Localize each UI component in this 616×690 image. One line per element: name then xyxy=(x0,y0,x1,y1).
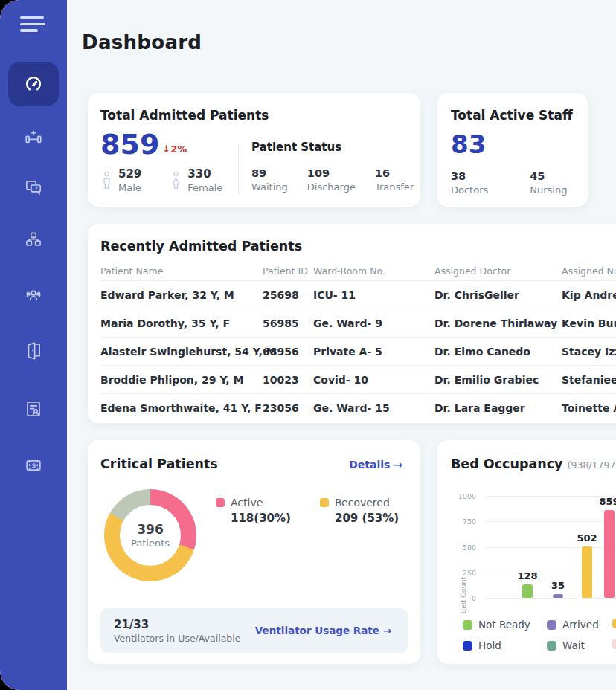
total-admitted-value: 859 xyxy=(100,130,159,158)
gridline xyxy=(485,598,616,599)
gridline xyxy=(485,547,616,548)
discharge-door-icon xyxy=(24,341,43,360)
male-value: 529 xyxy=(118,167,141,182)
svg-text:S: S xyxy=(32,462,36,469)
legend-item: Arrived xyxy=(547,619,599,631)
sidebar-item-billing[interactable]: S xyxy=(24,456,43,475)
table-cell: Toinette Ar xyxy=(562,402,616,414)
ventilator-usage-link[interactable]: Ventilator Usage Rate → xyxy=(255,625,391,636)
bar xyxy=(604,510,615,598)
trend-down-icon: ↓ xyxy=(162,144,170,155)
column-header: Patient ID xyxy=(263,265,313,277)
sidebar-item-dashboard[interactable] xyxy=(8,62,59,106)
table-row[interactable]: Edena Smorthwaite, 41 Y, F23056Ge. Ward-… xyxy=(100,393,616,422)
sidebar-item-discharge[interactable] xyxy=(24,341,43,360)
gridline xyxy=(485,573,616,573)
legend-label: Hold xyxy=(478,639,501,651)
active-swatch xyxy=(216,498,225,507)
bar-value-label: 128 xyxy=(517,570,537,581)
gridline xyxy=(485,521,616,522)
bed-occupancy-ratio: (938/1797) xyxy=(568,460,616,471)
beds-icon xyxy=(24,129,43,148)
sidebar-item-reports[interactable] xyxy=(24,399,43,419)
y-tick: 0 xyxy=(437,594,476,602)
male-icon xyxy=(100,171,113,190)
sidebar-item-staff[interactable] xyxy=(24,286,43,305)
status-waiting: 89 Waiting xyxy=(251,167,288,193)
y-tick: 500 xyxy=(437,544,476,552)
table-cell: 25698 xyxy=(263,289,313,301)
table-cell: 68956 xyxy=(263,346,313,358)
page-title: Dashboard xyxy=(82,31,202,54)
table-cell: 10023 xyxy=(263,374,313,386)
legend-swatch xyxy=(463,620,472,630)
table-row[interactable]: Maria Dorothy, 35 Y, F56985Ge. Ward- 9Dr… xyxy=(100,309,616,337)
doctors-stat: 38 Doctors xyxy=(451,170,488,196)
bar xyxy=(553,594,563,598)
sidebar-item-inquiries[interactable]: ? xyxy=(24,178,43,197)
patients-table: Patient NamePatient IDWard-Room No.Assig… xyxy=(100,261,616,422)
bar-value-label: 859 xyxy=(599,496,616,507)
y-tick: 1000 xyxy=(437,492,476,500)
critical-patients-card: Critical Patients Details → 396 Patients… xyxy=(88,440,420,664)
table-cell: Dr. Elmo Canedo xyxy=(434,346,562,358)
table-header: Patient NamePatient IDWard-Room No.Assig… xyxy=(100,261,616,280)
column-header: Ward-Room No. xyxy=(313,265,434,277)
legend-label: Wait xyxy=(562,639,585,651)
critical-patients-donut-chart: 396 Patients xyxy=(104,489,196,581)
patient-status-title: Patient Status xyxy=(251,141,341,154)
recent-patients-card: Recently Admitted Patients Patient NameP… xyxy=(88,224,616,423)
legend-swatch xyxy=(612,619,616,628)
y-tick: 250 xyxy=(437,569,476,577)
bed-occupancy-card: Bed Occupancy (938/1797) Bed Count 02505… xyxy=(437,440,616,664)
table-cell: Dr. Lara Eagger xyxy=(434,402,562,414)
details-link[interactable]: Details → xyxy=(349,459,402,471)
ventilators-value: 21/33 xyxy=(114,618,240,631)
female-icon xyxy=(170,171,182,190)
table-cell: 23056 xyxy=(263,402,313,414)
table-cell: Dr. ChrisGeller xyxy=(434,289,562,301)
y-tick: 750 xyxy=(437,518,476,526)
table-row[interactable]: Edward Parker, 32 Y, M25698ICU- 11Dr. Ch… xyxy=(100,280,616,309)
legend-swatch xyxy=(463,641,472,651)
patient-report-icon xyxy=(24,399,43,419)
departments-icon xyxy=(24,230,43,249)
app-window: ? xyxy=(0,0,616,690)
table-cell: Dr. Emilio Grabiec xyxy=(434,374,562,386)
male-label: Male xyxy=(118,182,141,194)
sidebar-item-departments[interactable] xyxy=(24,230,43,249)
dashboard-icon xyxy=(23,74,44,94)
legend-item: Hold xyxy=(463,639,501,651)
table-cell: Kevin Burro xyxy=(562,317,616,329)
menu-icon[interactable] xyxy=(20,16,47,36)
bar xyxy=(522,584,533,598)
legend-active: Active 118(30%) xyxy=(216,497,291,525)
card-title: Bed Occupancy (938/1797) xyxy=(451,457,616,471)
legend-item xyxy=(612,639,616,649)
recovered-swatch xyxy=(320,498,329,507)
card-title: Recently Admitted Patients xyxy=(100,239,302,254)
table-row[interactable]: Broddie Phlipon, 29 Y, M10023Covid- 10Dr… xyxy=(100,365,616,393)
ventilators-box: 21/33 Ventilators in Use/Available Venti… xyxy=(100,608,408,653)
staff-icon xyxy=(24,286,43,305)
table-cell: Kip Andrew xyxy=(562,289,616,301)
gridline xyxy=(485,496,616,497)
legend-item: Wait xyxy=(547,639,585,651)
bar xyxy=(582,546,592,598)
table-cell: Stefaniee H xyxy=(562,374,616,386)
svg-text:?: ? xyxy=(34,185,37,192)
ventilators-label: Ventilators in Use/Available xyxy=(114,633,240,644)
billing-icon: S xyxy=(24,456,43,475)
table-cell: Dr. Dorene Thirlaway xyxy=(434,317,562,329)
table-cell: Ge. Ward- 15 xyxy=(313,402,434,414)
sidebar-item-beds[interactable] xyxy=(24,129,43,148)
trend-badge: ↓2% xyxy=(162,144,187,155)
female-label: Female xyxy=(187,182,222,194)
table-cell: Alasteir Swinglehurst, 54 Y, M xyxy=(100,346,263,358)
legend-item: Not Ready xyxy=(463,619,530,631)
donut-total: 396 xyxy=(137,522,164,537)
table-cell: Edena Smorthwaite, 41 Y, F xyxy=(100,402,263,414)
column-header: Patient Name xyxy=(100,265,263,277)
total-staff-value: 83 xyxy=(451,132,486,157)
table-row[interactable]: Alasteir Swinglehurst, 54 Y, M68956Priva… xyxy=(100,337,616,365)
